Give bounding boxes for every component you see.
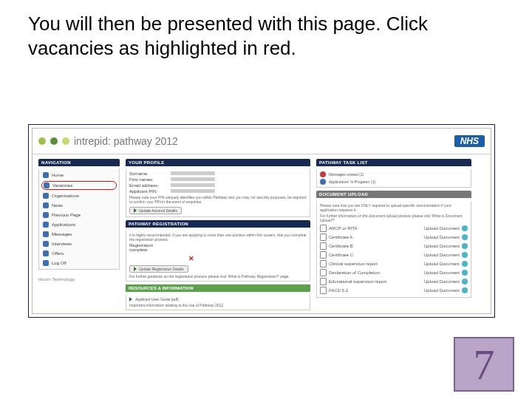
profile-panel: Surname:First names:Email address:Applic… [126,169,310,217]
reg-status-label: Registration complete: [129,243,168,252]
nav-list: HomeVacanciesOrganisationsNewsPrevious P… [38,169,120,270]
update-registration-button[interactable]: Update Registration Details [129,265,188,273]
resource-link[interactable]: Applicant User Guide (pdf) [135,297,307,301]
resource-sub: Important information relating to the us… [129,303,307,307]
nav-item-applications[interactable]: Applications [41,221,117,228]
registration-panel: It is highly recommended, if you are app… [126,231,310,282]
upload-link[interactable]: Upload Document [424,226,460,231]
nav-header: NAVIGATION [38,159,120,166]
document-icon [320,251,327,259]
app-banner: intrepid: pathway 2012 NHS [33,129,491,154]
nav-label: Applications [52,222,75,227]
profile-note: Please note your PIN uniquely identifies… [129,195,307,204]
upload-panel: Please note that you are ONLY required t… [316,201,471,298]
cross-icon: ✕ [188,255,307,262]
nav-item-previous-page[interactable]: Previous Page [41,211,117,219]
arrow-icon [129,297,132,301]
nav-item-news[interactable]: News [41,202,117,209]
doc-row: Certificate BUpload Document [320,242,468,250]
logo-dot-icon [38,137,46,145]
doc-row: ARCP or RITAUpload Document [320,224,468,233]
download-icon[interactable] [462,234,468,240]
upload-link[interactable]: Upload Document [424,253,460,257]
resources-panel: Applicant User Guide (pdf) Important inf… [126,295,310,310]
nav-label: Offers [52,251,64,256]
doc-name: Certificate B [329,244,422,248]
update-account-button[interactable]: Update Account Details [129,207,182,214]
document-icon [320,269,327,276]
registration-footnote: For further guidance on the registration… [129,274,307,279]
profile-field-value [171,183,215,187]
nav-item-messages[interactable]: Messages [41,231,117,238]
doc-name: FACD 5.2 [329,288,422,293]
app-window: intrepid: pathway 2012 NHS NAVIGATION Ho… [32,128,491,314]
doc-row: Educational supervisor reportUpload Docu… [320,277,468,286]
doc-name: Clinical supervisor report [329,262,422,266]
upload-note2: For further information on the document … [320,214,468,222]
download-icon[interactable] [462,243,468,249]
nav-label: Log Off [52,261,66,265]
nav-item-organisations[interactable]: Organisations [41,192,117,200]
doc-row: Declaration of CompletionUpload Document [320,268,468,277]
nav-item-vacancies[interactable]: Vacancies [41,181,117,190]
nav-label: Interviews [52,242,72,246]
nav-icon [43,231,49,237]
nav-icon [43,250,49,256]
tasks-panel: Messages unread (1)Applications 'In Prog… [316,169,471,188]
task-item[interactable]: Applications 'In Progress' (1) [320,179,468,185]
nav-item-home[interactable]: Home [41,171,117,179]
nav-item-interviews[interactable]: Interviews [41,240,117,248]
slide-instruction: You will then be presented with this pag… [28,12,501,60]
nav-label: Organisations [52,194,79,198]
nav-icon [43,222,49,228]
nav-label: Messages [52,232,72,236]
document-icon [320,242,327,250]
arrow-icon [134,267,137,271]
nav-icon [43,172,49,178]
task-item[interactable]: Messages unread (1) [320,171,468,177]
nav-item-log-off[interactable]: Log Off [41,259,117,267]
doc-name: Educational supervisor report [329,279,422,284]
registration-header: PATHWAY REGISTRATION [126,220,310,228]
nav-label: News [52,203,63,208]
doc-name: ARCP or RITA [329,226,422,231]
doc-row: Certificate AUpload Document [320,233,468,242]
document-icon [320,287,327,294]
upload-link[interactable]: Upload Document [424,235,460,239]
download-icon[interactable] [462,287,468,293]
upload-link[interactable]: Upload Document [424,288,460,293]
download-icon[interactable] [462,279,468,284]
download-icon[interactable] [462,261,468,267]
profile-field-label: Email address: [129,183,168,188]
nav-label: Previous Page [52,213,81,217]
tasks-header: PATHWAY TASK LIST [316,159,471,166]
nav-label: Vacancies [52,183,72,188]
nav-icon [43,260,49,266]
download-icon[interactable] [462,252,468,258]
download-icon[interactable] [462,270,468,276]
download-icon[interactable] [462,225,468,231]
slide-number-badge: 7 [454,337,514,392]
upload-header: DOCUMENT UPLOAD [316,191,471,198]
upload-link[interactable]: Upload Document [424,244,460,248]
profile-field-value [171,177,215,181]
upload-link[interactable]: Upload Document [424,262,460,266]
nav-icon [43,202,49,208]
profile-field-label: Applicant PIN: [129,189,168,194]
task-icon [320,171,326,177]
arrow-icon [134,208,137,213]
hicom-logo: Hicom Technology [38,277,75,282]
profile-header: YOUR PROFILE [126,159,310,166]
task-label: Messages unread (1) [329,172,468,177]
profile-field-value [171,189,215,193]
document-icon [320,225,327,232]
upload-link[interactable]: Upload Document [424,279,460,284]
profile-field-value [171,171,215,175]
upload-link[interactable]: Upload Document [424,270,460,275]
nav-icon [44,183,50,188]
upload-note: Please note that you are ONLY required t… [320,203,468,212]
nav-item-offers[interactable]: Offers [41,250,117,257]
brand-title: intrepid: pathway 2012 [74,135,178,147]
document-icon [320,260,327,267]
nav-label: Home [52,173,64,177]
